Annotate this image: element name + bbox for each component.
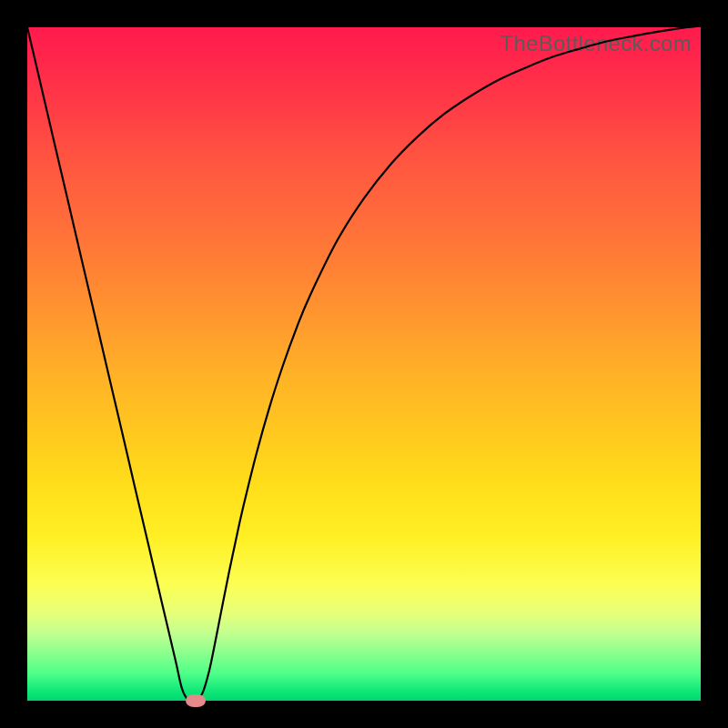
plot-area: TheBottleneck.com [27,27,701,701]
chart-frame: TheBottleneck.com [0,0,728,728]
minimum-marker [186,694,206,707]
bottleneck-curve [27,27,701,701]
